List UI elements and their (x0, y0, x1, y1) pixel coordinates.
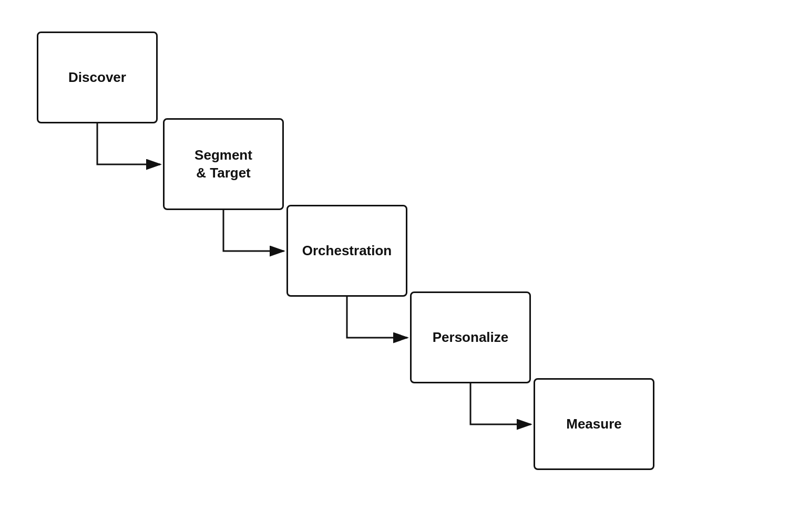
arrow-orchestration-to-personalize (347, 297, 407, 338)
personalize-box[interactable]: Personalize (410, 291, 531, 383)
discover-box[interactable]: Discover (37, 32, 158, 123)
orchestration-label: Orchestration (302, 242, 392, 260)
segment-target-box[interactable]: Segment & Target (163, 118, 284, 210)
measure-label: Measure (566, 415, 622, 433)
measure-box[interactable]: Measure (534, 378, 654, 470)
orchestration-box[interactable]: Orchestration (286, 205, 407, 297)
arrow-personalize-to-measure (470, 383, 531, 424)
arrow-segment-to-orchestration (223, 210, 284, 251)
segment-target-label: Segment & Target (194, 147, 252, 182)
personalize-label: Personalize (433, 329, 509, 347)
diagram-container: Discover Segment & Target Orchestration … (0, 0, 799, 532)
arrow-discover-to-segment (97, 123, 160, 164)
discover-label: Discover (68, 69, 126, 87)
